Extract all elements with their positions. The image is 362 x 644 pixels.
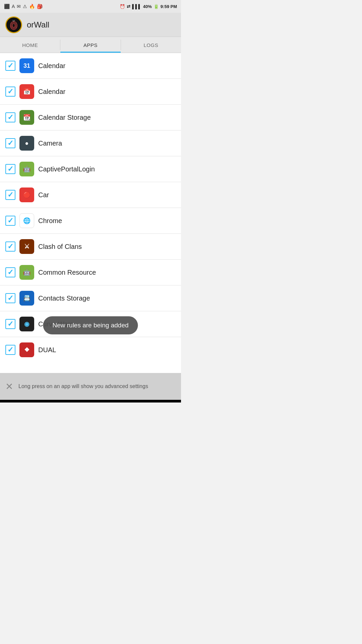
fire-icon: 🔥 xyxy=(29,4,35,9)
status-right: ⏰ ⇄ ▌▌▌ 40% 🔋 9:59 PM xyxy=(120,4,177,9)
app-name-7: Chrome xyxy=(38,217,62,225)
app-icon-3: 📆 xyxy=(19,110,34,125)
list-item[interactable]: ✓ 🌐 Chrome xyxy=(0,208,181,234)
app-name-4: Camera xyxy=(38,140,62,147)
app-icon-11: ◉ xyxy=(19,317,34,331)
list-item[interactable]: ✓ ❖ DUAL xyxy=(0,337,181,363)
app-name-8: Clash of Clans xyxy=(38,243,82,251)
bottom-hint: ✕ Long press on an app will show you adv… xyxy=(0,373,181,400)
warning-icon: ⚠ xyxy=(23,4,27,9)
app-icon-12: ❖ xyxy=(19,342,34,357)
list-item[interactable]: ✓ 31 Calendar xyxy=(0,53,181,79)
app-checkbox-5[interactable]: ✓ xyxy=(5,164,15,174)
app-checkbox-11[interactable]: ✓ xyxy=(5,319,15,329)
app-name-3: Calendar Storage xyxy=(38,114,91,121)
app-name-10: Contacts Storage xyxy=(38,294,90,302)
app-title: orWall xyxy=(27,20,49,30)
list-item[interactable]: ✓ 🤖 Common Resource xyxy=(0,260,181,285)
list-item[interactable]: ✓ ● Camera xyxy=(0,130,181,156)
nav-bar: ↩ ⌂ ⬜ xyxy=(0,400,181,402)
app-name-1: Calendar xyxy=(38,62,65,70)
app-checkbox-12[interactable]: ✓ xyxy=(5,345,15,355)
app-name-6: Car xyxy=(38,191,49,199)
tab-apps[interactable]: APPS xyxy=(60,37,120,53)
app-bar: orWall xyxy=(0,13,181,37)
app-icon-10: 📇 xyxy=(19,291,34,306)
battery-percentage: 40% xyxy=(143,4,152,9)
status-bar: ⬛ A ✉ ⚠ 🔥 🎒 ⏰ ⇄ ▌▌▌ 40% 🔋 9:59 PM xyxy=(0,0,181,13)
list-item[interactable]: ✓ 📅 Calendar xyxy=(0,79,181,105)
close-hint-button[interactable]: ✕ xyxy=(5,381,13,392)
battery-icon: 🔋 xyxy=(154,4,159,9)
app-icon-4: ● xyxy=(19,136,34,151)
app-name-12: DUAL xyxy=(38,346,56,354)
app-name-9: Common Resource xyxy=(38,269,96,276)
list-item[interactable]: ✓ 🔴 Car xyxy=(0,182,181,208)
content-area: ✓ 31 Calendar ✓ 📅 Calendar ✓ 📆 Calendar … xyxy=(0,53,181,400)
font-icon: A xyxy=(12,4,15,9)
app-icon-6: 🔴 xyxy=(19,187,34,202)
app-icon-9: 🤖 xyxy=(19,265,34,280)
app-checkbox-3[interactable]: ✓ xyxy=(5,112,15,122)
app-checkbox-2[interactable]: ✓ xyxy=(5,87,15,97)
mail-icon: ✉ xyxy=(17,4,21,9)
tab-bar: HOME APPS LOGS xyxy=(0,37,181,53)
app-logo xyxy=(5,16,22,33)
app-icon-7: 🌐 xyxy=(19,213,34,228)
svg-point-2 xyxy=(12,23,15,28)
app-checkbox-4[interactable]: ✓ xyxy=(5,138,15,148)
app-checkbox-6[interactable]: ✓ xyxy=(5,190,15,200)
app-name-2: Calendar xyxy=(38,88,65,96)
app-checkbox-9[interactable]: ✓ xyxy=(5,267,15,277)
tablet-icon: ⬛ xyxy=(4,4,10,9)
app-icon-8: ⚔ xyxy=(19,239,34,254)
app-checkbox-8[interactable]: ✓ xyxy=(5,241,15,252)
time: 9:59 PM xyxy=(161,4,177,9)
app-checkbox-7[interactable]: ✓ xyxy=(5,216,15,226)
list-item[interactable]: ✓ 📇 Contacts Storage xyxy=(0,285,181,311)
tab-home[interactable]: HOME xyxy=(0,37,60,53)
app-checkbox-1[interactable]: ✓ xyxy=(5,61,15,71)
toast: New rules are being added xyxy=(43,316,138,334)
signal-icon: ▌▌▌ xyxy=(132,4,141,9)
list-item[interactable]: ✓ 🤖 CaptivePortalLogin xyxy=(0,156,181,182)
app-icon-2: 📅 xyxy=(19,84,34,99)
app-name-5: CaptivePortalLogin xyxy=(38,165,95,173)
sync-icon: ⇄ xyxy=(127,4,130,9)
status-icons-left: ⬛ A ✉ ⚠ 🔥 🎒 xyxy=(4,4,43,9)
bag-icon: 🎒 xyxy=(37,4,43,9)
app-icon-5: 🤖 xyxy=(19,162,34,176)
app-checkbox-10[interactable]: ✓ xyxy=(5,293,15,303)
app-icon-1: 31 xyxy=(19,58,34,73)
tab-logs[interactable]: LOGS xyxy=(121,37,181,53)
list-item[interactable]: ✓ 📆 Calendar Storage xyxy=(0,105,181,130)
list-item[interactable]: ✓ ⚔ Clash of Clans xyxy=(0,234,181,260)
alarm-icon: ⏰ xyxy=(120,4,125,9)
